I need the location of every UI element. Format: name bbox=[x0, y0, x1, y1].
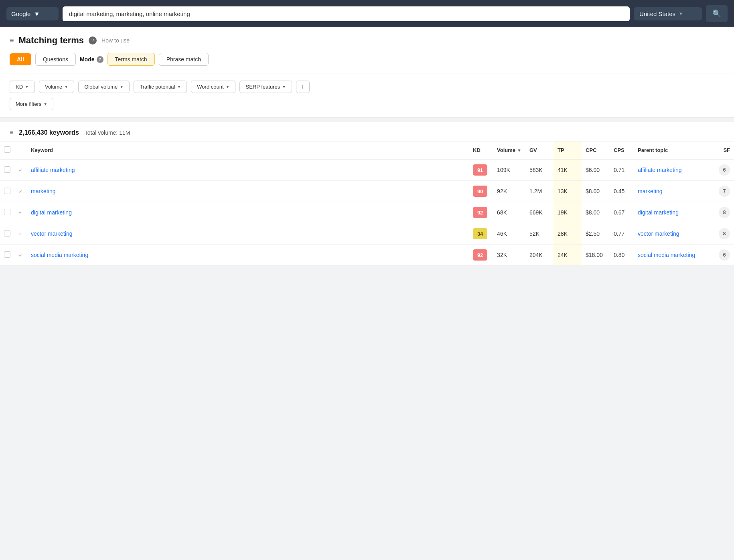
row-gv: 669K bbox=[525, 202, 554, 223]
table-header-row: Keyword KD Volume ▼ GV bbox=[0, 142, 734, 159]
col-header-parent-topic: Parent topic bbox=[634, 142, 714, 159]
row-checkbox[interactable] bbox=[4, 209, 10, 215]
row-volume: 46K bbox=[493, 223, 525, 245]
mode-help-icon[interactable]: ? bbox=[97, 56, 103, 63]
page-title: Matching terms bbox=[19, 35, 84, 46]
row-status: + bbox=[14, 223, 27, 245]
row-checkbox[interactable] bbox=[4, 188, 10, 194]
row-parent-topic: social media marketing bbox=[634, 245, 714, 266]
page-header: ≡ Matching terms ? How to use All Questi… bbox=[0, 27, 734, 73]
row-status: + bbox=[14, 202, 27, 223]
row-volume: 92K bbox=[493, 181, 525, 202]
parent-topic-link[interactable]: social media marketing bbox=[638, 252, 695, 258]
row-checkbox[interactable] bbox=[4, 230, 10, 237]
row-parent-topic: digital marketing bbox=[634, 202, 714, 223]
row-checkbox[interactable] bbox=[4, 166, 10, 173]
row-gv: 583K bbox=[525, 159, 554, 181]
check-icon: ✓ bbox=[18, 188, 23, 194]
row-cps: 0.77 bbox=[610, 223, 634, 245]
col-header-tp: TP bbox=[554, 142, 582, 159]
tab-all[interactable]: All bbox=[10, 53, 31, 65]
filter-kd[interactable]: KD ▼ bbox=[10, 81, 35, 93]
row-cpc: $2.50 bbox=[582, 223, 610, 245]
engine-select[interactable]: Google ▼ bbox=[6, 7, 59, 20]
row-checkbox-cell bbox=[0, 181, 14, 202]
row-cpc: $8.00 bbox=[582, 181, 610, 202]
row-status: ✓ bbox=[14, 181, 27, 202]
row-status: ✓ bbox=[14, 159, 27, 181]
row-keyword: digital marketing bbox=[27, 202, 469, 223]
keywords-table-wrap: Keyword KD Volume ▼ GV bbox=[0, 142, 734, 266]
table-row: ✓ marketing 90 92K 1.2M 13K $8.00 0.45 m… bbox=[0, 181, 734, 202]
word-count-chevron-icon: ▼ bbox=[226, 85, 230, 89]
row-cps: 0.45 bbox=[610, 181, 634, 202]
filters-section: KD ▼ Volume ▼ Global volume ▼ Traffic po… bbox=[0, 73, 734, 118]
filter-volume[interactable]: Volume ▼ bbox=[39, 81, 74, 93]
parent-topic-link[interactable]: vector marketing bbox=[638, 230, 679, 237]
keywords-count: 2,166,430 keywords bbox=[19, 129, 79, 136]
plus-icon: + bbox=[18, 210, 22, 216]
row-parent-topic: vector marketing bbox=[634, 223, 714, 245]
parent-topic-link[interactable]: digital marketing bbox=[638, 209, 679, 216]
kd-badge: 34 bbox=[473, 228, 487, 239]
filter-intent[interactable]: I bbox=[296, 81, 310, 93]
hamburger-icon[interactable]: ≡ bbox=[10, 36, 14, 45]
row-checkbox[interactable] bbox=[4, 251, 10, 258]
row-volume: 32K bbox=[493, 245, 525, 266]
keyword-link[interactable]: digital marketing bbox=[31, 209, 72, 216]
col-header-cpc: CPC bbox=[582, 142, 610, 159]
mode-row: All Questions Mode ? Terms match Phrase … bbox=[10, 53, 724, 66]
row-parent-topic: affiliate marketing bbox=[634, 159, 714, 181]
row-checkbox-cell bbox=[0, 159, 14, 181]
keyword-link[interactable]: social media marketing bbox=[31, 252, 88, 258]
engine-chevron-icon: ▼ bbox=[34, 10, 40, 17]
row-kd: 91 bbox=[469, 159, 493, 181]
filter-global-volume[interactable]: Global volume ▼ bbox=[78, 81, 130, 93]
table-row: + digital marketing 92 68K 669K 19K $8.0… bbox=[0, 202, 734, 223]
keyword-link[interactable]: vector marketing bbox=[31, 230, 72, 237]
row-gv: 52K bbox=[525, 223, 554, 245]
table-head: Keyword KD Volume ▼ GV bbox=[0, 142, 734, 159]
mode-label: Mode ? bbox=[80, 56, 103, 63]
tab-questions[interactable]: Questions bbox=[35, 53, 76, 66]
sf-badge: 7 bbox=[719, 186, 730, 197]
header-checkbox[interactable] bbox=[4, 146, 10, 153]
row-cpc: $18.00 bbox=[582, 245, 610, 266]
tab-phrase-match[interactable]: Phrase match bbox=[159, 53, 209, 66]
help-icon[interactable]: ? bbox=[89, 36, 97, 44]
row-kd: 92 bbox=[469, 245, 493, 266]
volume-chevron-icon: ▼ bbox=[64, 85, 68, 89]
search-button[interactable]: 🔍 bbox=[706, 5, 728, 22]
col-header-sf: SF bbox=[714, 142, 734, 159]
region-label: United States bbox=[639, 10, 675, 17]
parent-topic-link[interactable]: affiliate marketing bbox=[638, 167, 681, 173]
parent-topic-link[interactable]: marketing bbox=[638, 188, 662, 194]
row-checkbox-cell bbox=[0, 245, 14, 266]
row-tp: 24K bbox=[554, 245, 582, 266]
tab-terms-match[interactable]: Terms match bbox=[107, 53, 155, 66]
keyword-link[interactable]: affiliate marketing bbox=[31, 167, 75, 173]
keywords-table: Keyword KD Volume ▼ GV bbox=[0, 142, 734, 266]
row-cpc: $8.00 bbox=[582, 202, 610, 223]
row-tp: 28K bbox=[554, 223, 582, 245]
volume-sort-icon: ▼ bbox=[517, 148, 521, 153]
filter-word-count[interactable]: Word count ▼ bbox=[191, 81, 235, 93]
search-icon: 🔍 bbox=[712, 10, 721, 18]
col-header-volume[interactable]: Volume ▼ bbox=[493, 142, 525, 159]
search-input[interactable] bbox=[63, 6, 630, 21]
table-body: ✓ affiliate marketing 91 109K 583K 41K $… bbox=[0, 159, 734, 266]
more-filters-button[interactable]: More filters ▼ bbox=[10, 98, 53, 110]
row-kd: 34 bbox=[469, 223, 493, 245]
sf-badge: 6 bbox=[719, 249, 730, 261]
filter-traffic-potential[interactable]: Traffic potential ▼ bbox=[134, 81, 187, 93]
filter-serp-features[interactable]: SERP features ▼ bbox=[239, 81, 292, 93]
region-select[interactable]: United States ▼ bbox=[634, 7, 702, 20]
plus-icon: + bbox=[18, 231, 22, 237]
row-cps: 0.80 bbox=[610, 245, 634, 266]
row-cps: 0.71 bbox=[610, 159, 634, 181]
how-to-use-link[interactable]: How to use bbox=[101, 37, 130, 44]
row-gv: 1.2M bbox=[525, 181, 554, 202]
row-sf: 6 bbox=[714, 245, 734, 266]
col-header-status bbox=[14, 142, 27, 159]
keyword-link[interactable]: marketing bbox=[31, 188, 55, 194]
